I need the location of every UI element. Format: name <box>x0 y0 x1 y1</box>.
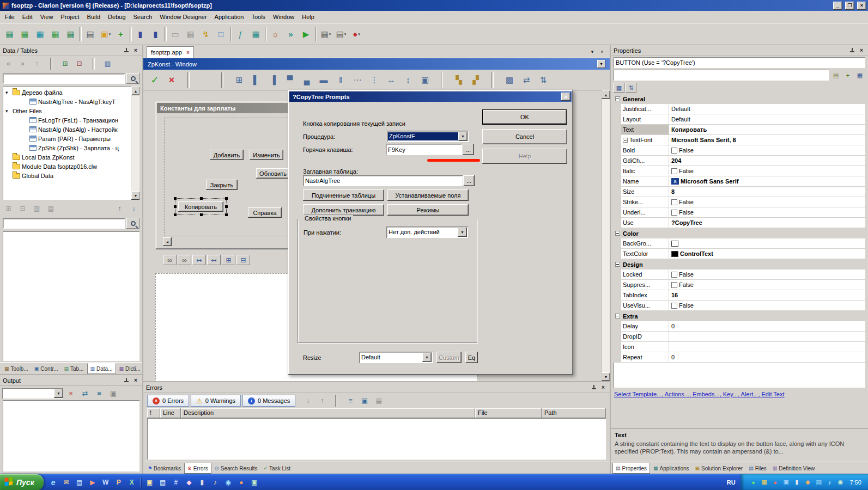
back-icon[interactable]: « <box>2 58 15 70</box>
property-row[interactable]: Strike... False <box>614 197 865 207</box>
search-icon[interactable] <box>126 218 139 229</box>
messages-filter-button[interactable]: 0 Messages <box>242 395 295 407</box>
tab-definition-view[interactable]: ▥ Definition View <box>770 463 817 474</box>
tab-task-list[interactable]: ✓ Task List <box>261 463 293 474</box>
tab-sequence-icon[interactable]: ⇅ <box>535 72 551 88</box>
sep[interactable] <box>87 58 100 70</box>
tab-order-icon[interactable]: ⊞ <box>231 72 247 88</box>
collapse-icon[interactable] <box>615 314 620 318</box>
property-link[interactable]: Actions... <box>665 391 693 397</box>
tab-toolbox[interactable]: ▦ Toolb... <box>2 363 31 374</box>
collapse-icon[interactable]: ⊟ <box>16 203 29 215</box>
up-level-icon[interactable]: ↑ <box>30 58 44 70</box>
menu-item[interactable]: Search <box>130 11 156 22</box>
spacer[interactable] <box>58 203 112 215</box>
resize-handle[interactable] <box>225 197 228 200</box>
menu-item[interactable]: Application <box>211 11 248 22</box>
menu-item[interactable]: Window <box>269 11 298 22</box>
property-row[interactable]: Extra <box>614 311 865 321</box>
pin-icon[interactable] <box>123 377 130 384</box>
tab-applications[interactable]: ▦ Applications <box>651 463 691 474</box>
property-link[interactable]: Alert... <box>741 391 762 397</box>
save-all-icon[interactable]: ▮ <box>148 27 163 42</box>
add-transaction-button[interactable]: Дополнить транзакцию <box>303 204 384 216</box>
property-row[interactable]: Design <box>614 259 865 270</box>
tree-item[interactable]: Param (PAR) - Параметры <box>3 134 131 143</box>
expand-icon[interactable] <box>623 138 628 143</box>
property-link[interactable]: Edit Text <box>762 391 785 397</box>
align-right-icon[interactable]: ▐ <box>265 72 281 88</box>
tab-errors[interactable]: ⊗ Errors <box>184 463 211 474</box>
property-row[interactable]: Bold False <box>614 145 865 156</box>
expander-icon[interactable] <box>5 90 11 95</box>
property-row[interactable]: Use ?CopyTree <box>614 218 865 228</box>
property-row[interactable]: Italic False <box>614 166 865 176</box>
property-row[interactable]: Color <box>614 228 865 238</box>
close-form-button[interactable]: Закрыть <box>206 180 238 190</box>
window-menu-icon[interactable]: ▾ <box>597 60 605 68</box>
move-down-icon[interactable]: ↓ <box>127 203 141 215</box>
categorized-icon[interactable]: ▦ <box>614 83 624 93</box>
property-row[interactable]: BackGro... <box>614 238 865 249</box>
network-tray-icon[interactable]: ▤ <box>815 478 823 487</box>
menu-item[interactable]: Debug <box>104 11 129 22</box>
checkbox[interactable] <box>671 272 677 278</box>
accept-icon[interactable]: ✓ <box>147 72 163 88</box>
powerpoint-icon[interactable]: P <box>113 476 125 488</box>
property-row[interactable]: TextColor ControlText <box>614 249 865 259</box>
populate-field-icon[interactable]: ↦ <box>192 255 206 265</box>
scheduler-tray-icon[interactable]: ▦ <box>760 478 769 487</box>
resize-handle[interactable] <box>174 197 177 200</box>
property-link[interactable]: Key... <box>723 391 741 397</box>
tab-bookmarks[interactable]: ⚑ Bookmarks <box>145 463 184 474</box>
warnings-filter-button[interactable]: 0 Warnings <box>191 395 241 407</box>
tree-search-input[interactable] <box>3 74 125 84</box>
property-row[interactable]: TextFont Microsoft Sans Serif, 8 <box>614 135 865 145</box>
print-icon[interactable]: ▭ <box>168 27 183 42</box>
sep[interactable] <box>314 27 318 41</box>
tab-tables[interactable]: ▤ Tab... <box>62 363 87 374</box>
property-row[interactable]: Justificat... Default <box>614 104 865 114</box>
compile-icon[interactable]: ↯ <box>198 27 214 42</box>
report-writer-icon[interactable]: ▦ <box>48 27 63 42</box>
set-fields-button[interactable]: Устанавливаемые поля <box>387 189 469 201</box>
errors-column-header[interactable]: Description <box>181 408 475 418</box>
property-pages-icon[interactable]: ▦ <box>854 70 865 80</box>
checkbox[interactable] <box>671 303 677 309</box>
tab-fsoptzp-app[interactable]: fsoptzp.app × <box>147 46 194 58</box>
shield-tray-icon[interactable]: ◆ <box>804 478 812 487</box>
antivirus-tray-icon[interactable]: ● <box>749 478 758 487</box>
tab-search-results[interactable]: ◎ Search Results <box>212 463 260 474</box>
copy-control-icon[interactable]: ⊞ <box>222 255 235 265</box>
internet-explorer-icon[interactable]: e <box>47 476 59 488</box>
align-left-icon[interactable]: ▌ <box>248 72 264 88</box>
resize-handle[interactable] <box>200 213 203 216</box>
notepad-icon[interactable]: ▤ <box>157 476 169 488</box>
console-icon[interactable]: ▮ <box>196 476 208 488</box>
tab-data[interactable]: ▥ Data... <box>87 363 116 374</box>
add-button[interactable]: Добавить <box>210 150 244 160</box>
property-row[interactable]: Repeat 0 <box>614 352 865 363</box>
mail-icon[interactable]: ✉ <box>60 476 72 488</box>
property-row[interactable]: Locked False <box>614 270 865 280</box>
refresh-button[interactable]: Обновить <box>256 168 290 179</box>
tree-item[interactable]: NastrAlgTree - NasAlgT:keyT <box>3 97 131 106</box>
close-panel-icon[interactable]: × <box>858 47 865 54</box>
resize-handle[interactable] <box>225 205 228 208</box>
tree-item[interactable]: Module Data fsoptzp016.clw <box>3 162 131 171</box>
property-row[interactable]: Layout Default <box>614 114 865 125</box>
clear-list-icon[interactable]: ▣ <box>358 395 371 407</box>
property-row[interactable]: UseVisu... False <box>614 301 865 311</box>
close-document-icon[interactable]: × <box>598 47 606 56</box>
edit-button[interactable]: Изменить <box>250 150 283 160</box>
expand-all-icon[interactable]: ⊞ <box>58 58 72 70</box>
calculator-icon[interactable]: # <box>170 476 182 488</box>
browser-icon[interactable]: ● <box>235 476 247 488</box>
sep[interactable] <box>264 27 268 41</box>
menu-item[interactable]: Window Designer <box>156 11 210 22</box>
hotkey-browse-button[interactable]: ... <box>463 144 474 155</box>
save-icon[interactable]: ▮ <box>133 27 148 42</box>
menu-item[interactable]: Help <box>298 11 318 22</box>
alert-tray-icon[interactable]: ● <box>771 478 780 487</box>
eq-button[interactable]: Eq <box>465 352 478 363</box>
